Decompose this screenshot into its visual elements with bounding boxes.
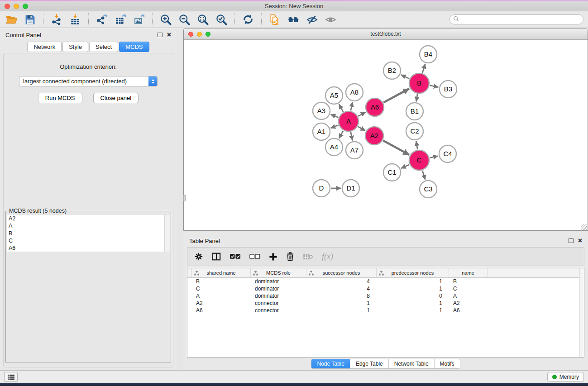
hierarchy-icon xyxy=(379,271,384,276)
graph-node-A1[interactable]: A1 xyxy=(313,123,330,140)
hide-graphics-details-icon[interactable] xyxy=(305,13,319,26)
tab-select[interactable]: Select xyxy=(89,42,118,52)
table-row[interactable]: A2connector11A2 xyxy=(187,300,584,307)
table-gutter xyxy=(187,268,192,277)
graph-node-A5[interactable]: A5 xyxy=(325,87,343,104)
open-session-icon[interactable] xyxy=(5,13,18,26)
deselect-all-checkboxes-icon[interactable] xyxy=(249,254,260,260)
zoom-selected-icon[interactable] xyxy=(215,13,228,26)
network-canvas[interactable]: B4B2BB3A5A8A6B1A3AC2A1A2A4A7C4CC1C3DD1 xyxy=(184,40,588,230)
table-row[interactable]: Cdominator41C xyxy=(187,285,584,292)
table-row[interactable]: A6connector11A6 xyxy=(187,307,584,314)
search-field[interactable] xyxy=(449,14,583,24)
table-row[interactable]: Adominator80A xyxy=(187,292,584,300)
edge-C-C3 xyxy=(422,171,425,180)
optimization-criterion-label: Optimization criterion: xyxy=(60,63,117,70)
edge-C-C2 xyxy=(416,141,417,150)
graph-node-A8[interactable]: A8 xyxy=(346,84,363,101)
select-all-checkboxes-icon[interactable] xyxy=(229,253,241,260)
save-session-icon[interactable] xyxy=(23,13,37,26)
svg-text:A6: A6 xyxy=(371,103,379,111)
result-item[interactable]: A xyxy=(7,222,164,229)
graph-node-C3[interactable]: C3 xyxy=(420,181,437,198)
table-header-row: shared nameMCDS rolesuccessor nodesprede… xyxy=(187,268,584,278)
table-scrollbar[interactable] xyxy=(579,268,584,357)
graph-node-B4[interactable]: B4 xyxy=(420,46,437,63)
export-table-icon[interactable] xyxy=(114,13,127,26)
show-graphics-details-icon[interactable] xyxy=(324,13,337,26)
delete-columns-icon[interactable] xyxy=(286,252,294,261)
result-item[interactable]: A6 xyxy=(7,244,164,252)
float-table-panel-button[interactable] xyxy=(569,238,574,243)
search-input[interactable] xyxy=(461,15,583,24)
close-table-panel-button[interactable]: × xyxy=(578,238,582,243)
svg-text:B4: B4 xyxy=(424,50,432,58)
gear-icon[interactable] xyxy=(194,252,203,261)
refresh-icon[interactable] xyxy=(241,13,255,26)
export-network-icon[interactable] xyxy=(95,13,109,26)
graph-node-B[interactable]: B xyxy=(409,73,429,93)
graph-node-B1[interactable]: B1 xyxy=(406,103,423,120)
panel-divider[interactable] xyxy=(177,28,183,370)
float-panel-button[interactable] xyxy=(158,33,163,37)
graph-node-C[interactable]: C xyxy=(409,150,429,170)
split-columns-icon[interactable] xyxy=(212,252,221,261)
result-item[interactable]: C xyxy=(7,237,164,244)
export-image-icon[interactable] xyxy=(132,13,146,26)
column-header-name[interactable]: name xyxy=(449,268,488,277)
tab-motifs[interactable]: Motifs xyxy=(435,359,460,368)
task-history-button[interactable] xyxy=(4,372,18,382)
svg-text:C2: C2 xyxy=(410,127,419,135)
column-header-predecessor-nodes[interactable]: predecessor nodes xyxy=(377,268,449,277)
graph-node-A[interactable]: A xyxy=(339,111,359,131)
tab-node-table[interactable]: Node Table xyxy=(311,359,350,368)
graph-node-A6[interactable]: A6 xyxy=(366,98,384,116)
cell-predecessor-nodes: 1 xyxy=(377,300,449,306)
cell-shared-name: C xyxy=(192,286,251,292)
column-header-successor-nodes[interactable]: successor nodes xyxy=(306,268,377,277)
graph-node-C4[interactable]: C4 xyxy=(439,145,456,162)
table-row[interactable]: Bdominator41B xyxy=(187,278,584,285)
tab-style[interactable]: Style xyxy=(62,42,88,52)
graph-node-B3[interactable]: B3 xyxy=(440,81,457,98)
import-table-icon[interactable] xyxy=(68,13,82,26)
criterion-dropdown[interactable]: largest connected component (directed) xyxy=(19,76,158,86)
run-mcds-button[interactable]: Run MCDS xyxy=(38,93,82,103)
hierarchy-icon xyxy=(194,271,199,276)
zoom-fit-icon[interactable] xyxy=(196,13,210,26)
add-column-icon[interactable] xyxy=(269,253,277,261)
zoom-in-icon[interactable] xyxy=(159,13,172,26)
cell-successor-nodes: 8 xyxy=(306,293,377,299)
graph-node-C2[interactable]: C2 xyxy=(406,123,423,140)
result-item[interactable]: B xyxy=(7,230,164,237)
tab-network-table[interactable]: Network Table xyxy=(389,359,435,368)
svg-text:A: A xyxy=(346,117,351,125)
column-header-shared-name[interactable]: shared name xyxy=(192,268,251,277)
tab-edge-table[interactable]: Edge Table xyxy=(350,359,389,368)
graph-node-D1[interactable]: D1 xyxy=(342,180,359,197)
import-network-icon[interactable] xyxy=(50,13,63,26)
zoom-out-icon[interactable] xyxy=(177,13,191,26)
close-panel-button[interactable]: × xyxy=(167,33,171,37)
edge-A6-B xyxy=(383,89,409,103)
column-header-MCDS-role[interactable]: MCDS role xyxy=(251,268,306,277)
new-network-from-selection-icon[interactable] xyxy=(268,13,282,26)
graph-node-C1[interactable]: C1 xyxy=(383,164,401,181)
result-item[interactable]: A2 xyxy=(7,215,164,222)
splitter-handle[interactable] xyxy=(183,195,186,201)
graph-node-A2[interactable]: A2 xyxy=(365,127,383,145)
graph-node-A3[interactable]: A3 xyxy=(313,102,330,119)
close-panel-button-mcds[interactable]: Close panel xyxy=(93,93,139,103)
tab-mcds[interactable]: MCDS xyxy=(119,42,149,52)
graph-node-A4[interactable]: A4 xyxy=(325,138,343,156)
resize-grip[interactable] xyxy=(581,224,587,230)
table-panel: Table Panel × xyxy=(183,234,588,370)
memory-button[interactable]: Memory xyxy=(547,372,584,382)
graph-node-D[interactable]: D xyxy=(313,180,330,197)
show-all-panels-icon[interactable] xyxy=(287,13,300,26)
graph-node-A7[interactable]: A7 xyxy=(346,142,363,159)
result-scrollbar[interactable] xyxy=(164,215,170,252)
graph-node-B2[interactable]: B2 xyxy=(383,62,401,79)
tab-network[interactable]: Network xyxy=(27,42,62,52)
dropdown-stepper-icon xyxy=(148,76,157,86)
